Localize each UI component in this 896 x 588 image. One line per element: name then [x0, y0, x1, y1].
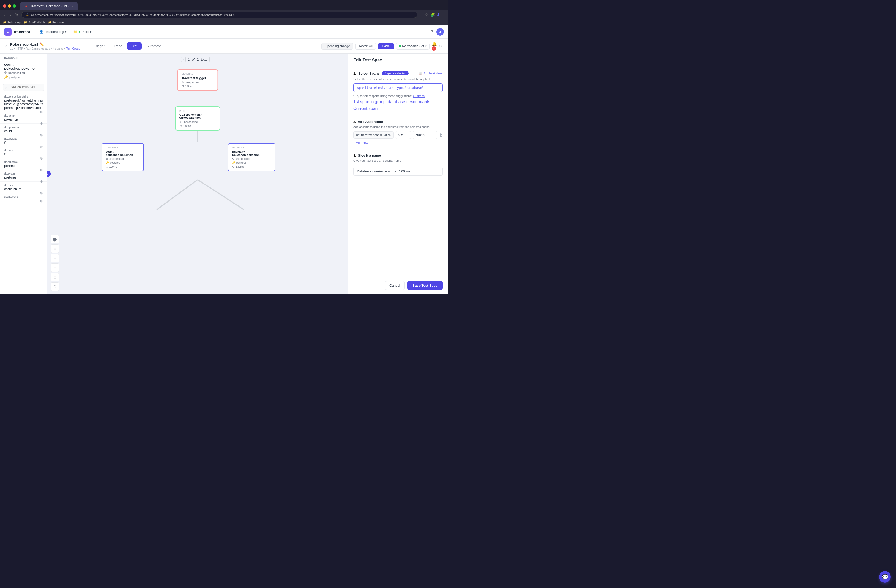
- tab-automate[interactable]: Automate: [142, 43, 165, 50]
- list-view-button[interactable]: ≡: [51, 245, 59, 253]
- save-test-spec-button[interactable]: Save Test Spec: [407, 281, 443, 290]
- env-chevron-icon: ▾: [90, 30, 91, 34]
- span-timing: 1.3ms: [185, 85, 192, 88]
- attr-add-btn-7[interactable]: ⊕: [40, 191, 43, 195]
- hierarchy-button[interactable]: ⬡: [51, 283, 59, 291]
- variable-set-status-dot: [399, 45, 401, 47]
- org-chevron-icon: ▾: [65, 30, 67, 34]
- zoom-out-button[interactable]: −: [51, 263, 59, 272]
- kubeconf-icon: 📁: [48, 21, 51, 24]
- selector-input[interactable]: [353, 83, 443, 92]
- span-node-db2[interactable]: DATABASE findMany pokeshop.pokemon ⚙ une…: [228, 143, 276, 172]
- refresh-button[interactable]: ↻: [14, 12, 19, 18]
- span-node-general[interactable]: GENERAL Tracetest trigger ⚙ unespecified…: [177, 69, 218, 91]
- step1-label: Select Spans: [358, 71, 379, 75]
- prev-span-button[interactable]: ‹: [181, 57, 186, 62]
- extension-icon[interactable]: 🧩: [430, 13, 435, 17]
- add-new-button[interactable]: + Add new: [353, 141, 443, 145]
- attr-add-btn-2[interactable]: ⊕: [40, 133, 43, 137]
- span-node-db1[interactable]: DATABASE count pokeshop.pokemon ⚙ unespe…: [102, 143, 144, 172]
- node-view-button[interactable]: ⬤: [51, 235, 59, 243]
- env-folder-icon: 📁: [73, 30, 77, 34]
- attr-add-btn-4[interactable]: ⊕: [40, 156, 43, 160]
- search-input[interactable]: [3, 84, 44, 91]
- span-settings-icon: ⚙: [181, 81, 184, 84]
- avatar-icon[interactable]: J: [437, 13, 439, 17]
- bookmark-readwatch[interactable]: 📁 Read&Watch: [24, 21, 45, 24]
- assertion-operator[interactable]: < ▾: [395, 131, 411, 139]
- attr-add-btn-8[interactable]: ⊕: [40, 199, 43, 203]
- span-attr-key-icon: 🔑: [4, 75, 8, 79]
- step3-label: Give it a name: [358, 153, 381, 157]
- trace-nav-total: 2: [197, 58, 199, 61]
- forward-button[interactable]: ›: [9, 12, 12, 18]
- menu-icon[interactable]: ⋮: [441, 13, 445, 17]
- trace-nav-label: of: [192, 58, 195, 61]
- span-type-label: DATABASE: [106, 146, 140, 149]
- all-spans-link[interactable]: All spans: [413, 94, 425, 97]
- span-name: count pokeshop.pokemon: [106, 150, 140, 156]
- svg-line-2: [198, 180, 244, 210]
- test-spec-name-input[interactable]: [353, 167, 443, 176]
- span-node-http[interactable]: HTTP GET /pokemon?take=20&skip=0 ⚙ unesp…: [175, 106, 220, 131]
- pending-change-button[interactable]: 1 pending change: [322, 43, 353, 50]
- current-span-link[interactable]: Current span: [353, 106, 378, 111]
- attr-add-btn-3[interactable]: ⊕: [40, 144, 43, 149]
- back-button[interactable]: ‹: [5, 44, 7, 49]
- cancel-button[interactable]: Cancel: [385, 281, 404, 290]
- revert-all-button[interactable]: Revert All: [355, 43, 376, 50]
- tab-trigger[interactable]: Trigger: [90, 43, 109, 50]
- next-span-button[interactable]: ›: [209, 57, 214, 62]
- tab-test[interactable]: Test: [127, 43, 142, 50]
- help-button[interactable]: ?: [430, 29, 434, 35]
- run-group-link[interactable]: Run Group: [66, 47, 80, 50]
- new-tab-button[interactable]: +: [79, 3, 85, 9]
- span-settings-icon: ⚙: [232, 157, 235, 160]
- database-descendants-link[interactable]: database descendants: [388, 99, 430, 104]
- assertion-value[interactable]: 500ms: [413, 131, 437, 139]
- span-attr1: unespecified: [236, 157, 250, 160]
- attr-add-btn-0[interactable]: ⊕: [40, 110, 43, 114]
- edit-icon[interactable]: ✏️: [40, 43, 44, 46]
- org-selector[interactable]: 👤 personal-org ▾: [37, 29, 69, 35]
- assertion-attribute[interactable]: attr:tracetest.span.duration: [353, 131, 394, 139]
- bookmark-kubeconf[interactable]: 📁 Kubeconf: [48, 21, 64, 24]
- notifications-button[interactable]: 🔔 1: [432, 41, 437, 51]
- 1st-span-link[interactable]: 1st span in group: [353, 99, 386, 104]
- delete-assertion-button[interactable]: 🗑: [439, 133, 443, 137]
- user-avatar[interactable]: J: [436, 28, 444, 36]
- close-window-button[interactable]: [3, 5, 6, 8]
- span-timing: 130ms: [236, 165, 244, 168]
- step3-description: Give your test spec an optional name: [353, 159, 443, 162]
- maximize-window-button[interactable]: [13, 5, 16, 8]
- minimize-window-button[interactable]: [8, 5, 11, 8]
- kubeshop-icon: 📁: [3, 21, 6, 24]
- attr-add-btn-1[interactable]: ⊕: [40, 121, 43, 126]
- env-selector[interactable]: 📁 ● Prod ▾: [70, 29, 94, 35]
- tab-trace[interactable]: Trace: [110, 43, 126, 50]
- edit-test-spec-title: Edit Test Spec: [353, 58, 443, 62]
- tab-close-button[interactable]: ✕: [71, 5, 73, 8]
- save-button[interactable]: Save: [378, 43, 394, 49]
- back-button[interactable]: ‹: [3, 12, 7, 18]
- span-attr-unespecified: unespecified: [8, 71, 25, 74]
- variable-set-selector[interactable]: No Variable Set ▾: [396, 43, 430, 50]
- bookmark-kubeshop[interactable]: 📁 Kubeshop: [3, 21, 21, 24]
- step2-number: 2.: [353, 120, 356, 124]
- span-name: Tracetest trigger: [181, 76, 214, 80]
- attr-add-btn-5[interactable]: ⊕: [40, 168, 43, 172]
- zoom-in-button[interactable]: +: [51, 254, 59, 262]
- span-clock-icon: ⏱: [181, 85, 184, 88]
- fit-view-button[interactable]: ⊡: [51, 273, 59, 281]
- attr-add-btn-6[interactable]: ⊕: [40, 179, 43, 184]
- active-tab[interactable]: 🔺 Tracetest - Pokeshop -List - ✕: [20, 2, 78, 10]
- cheat-sheet-link[interactable]: 📖 SL cheat sheet: [419, 72, 443, 75]
- span-attr1: unespecified: [185, 81, 200, 84]
- bookmark-icon[interactable]: ☆: [425, 13, 428, 17]
- logo-icon: ▲: [4, 28, 12, 36]
- bookmark-kubeconf-label: Kubeconf: [52, 21, 64, 24]
- readwatch-icon: 📁: [24, 21, 27, 24]
- span-settings-icon: ⚙: [180, 120, 182, 123]
- span-settings-icon: ⚙: [106, 157, 108, 160]
- settings-button[interactable]: ⚙: [439, 44, 443, 49]
